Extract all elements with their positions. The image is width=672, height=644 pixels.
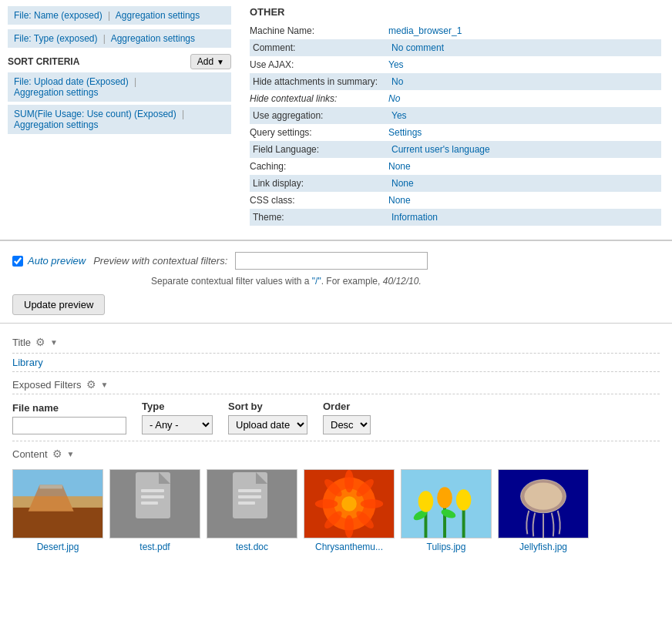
sort-sum-agg-link[interactable]: Aggregation settings	[14, 119, 98, 130]
tulips-image	[402, 469, 491, 538]
svg-rect-5	[13, 470, 102, 496]
pipe-separator4: |	[182, 109, 184, 119]
doc-filename[interactable]: test.doc	[236, 542, 268, 552]
exposed-filters-bar: Exposed Filters ⚙ ▼	[12, 372, 660, 394]
use-ajax-label: Use AJAX:	[250, 59, 388, 70]
add-button[interactable]: Add ▼	[190, 54, 231, 69]
machine-name-row: Machine Name: media_browser_1	[250, 22, 661, 39]
add-arrow-icon: ▼	[217, 58, 224, 66]
caching-row: Caching: None	[250, 158, 661, 175]
svg-point-36	[456, 489, 472, 511]
sort-sum-item: SUM(File Usage: Use count) (Exposed) | A…	[8, 105, 231, 134]
hide-attachments-value[interactable]: No	[391, 76, 403, 87]
css-class-label: CSS class:	[250, 195, 388, 206]
link-display-value[interactable]: None	[391, 178, 414, 189]
contextual-filters-input[interactable]	[235, 252, 428, 270]
use-ajax-row: Use AJAX: Yes	[250, 56, 661, 73]
css-class-value[interactable]: None	[388, 195, 411, 206]
jellyfish-image	[499, 469, 588, 538]
query-settings-row: Query settings: Settings	[250, 124, 661, 141]
order-filter: Order Desc Asc	[323, 401, 371, 434]
caching-value[interactable]: None	[388, 161, 411, 172]
svg-rect-2	[13, 508, 102, 538]
pipe-separator: |	[108, 10, 110, 21]
contextual-filters-label: Preview with contextual filters:	[93, 255, 227, 267]
sort-criteria-title: SORT CRITERIA	[8, 56, 79, 67]
gear-icon[interactable]: ⚙	[35, 336, 45, 348]
svg-point-20	[344, 470, 354, 492]
auto-preview-check: Auto preview	[12, 255, 86, 267]
chevron-down-icon[interactable]: ▼	[50, 338, 58, 347]
sort-upload-link[interactable]: File: Upload date (Exposed)	[14, 76, 129, 87]
tulips-thumbnail	[401, 469, 492, 538]
theme-label: Theme:	[253, 212, 391, 223]
svg-rect-14	[238, 495, 261, 498]
comment-label: Comment:	[253, 42, 391, 53]
pdf-icon-svg	[132, 472, 178, 528]
preview-hint: Separate contextual filter values with a…	[151, 276, 660, 287]
filters-chevron-icon[interactable]: ▼	[101, 381, 109, 389]
filters-gear-icon[interactable]: ⚙	[86, 378, 96, 391]
theme-value[interactable]: Information	[391, 212, 438, 223]
sort-by-label: Sort by	[228, 401, 307, 412]
field-type-agg-link[interactable]: Aggregation settings	[111, 33, 195, 44]
field-name-link[interactable]: File: Name (exposed)	[14, 10, 102, 21]
content-bar: Content ⚙ ▼	[12, 441, 660, 463]
sort-upload-agg-link[interactable]: Aggregation settings	[14, 87, 98, 98]
svg-point-39	[524, 482, 562, 509]
svg-rect-30	[443, 504, 446, 538]
query-settings-value[interactable]: Settings	[388, 127, 422, 138]
library-link[interactable]: Library	[12, 354, 660, 372]
field-type-link[interactable]: File: Type (exposed)	[14, 33, 98, 44]
sort-by-select[interactable]: Upload date Name Type Use count	[228, 415, 307, 434]
svg-point-21	[344, 515, 354, 538]
hide-contextual-value[interactable]: No	[388, 93, 400, 104]
svg-point-23	[361, 499, 383, 508]
update-preview-button[interactable]: Update preview	[12, 294, 105, 315]
auto-preview-checkbox[interactable]	[12, 256, 23, 267]
filters-row: File name Type - Any - Image Document PD…	[12, 394, 660, 441]
svg-point-22	[315, 499, 338, 508]
auto-preview-label: Auto preview	[28, 255, 86, 267]
link-display-row: Link display: None	[250, 175, 661, 192]
title-bar: Title ⚙ ▼	[12, 331, 660, 354]
file-item-jellyfish: Jellyfish.jpg	[498, 469, 589, 552]
pdf-filename[interactable]: test.pdf	[139, 542, 170, 552]
svg-rect-10	[141, 501, 158, 505]
doc-thumbnail	[207, 469, 297, 538]
tulips-filename[interactable]: Tulips.jpg	[427, 542, 466, 552]
svg-rect-15	[238, 501, 255, 505]
use-aggregation-row: Use aggregation: Yes	[250, 107, 661, 124]
hide-attachments-row: Hide attachments in summary: No	[250, 73, 661, 90]
type-select[interactable]: - Any - Image Document PDF	[142, 415, 213, 434]
machine-name-value[interactable]: media_browser_1	[388, 25, 462, 36]
comment-value[interactable]: No comment	[391, 42, 444, 53]
sort-sum-link[interactable]: SUM(File Usage: Use count) (Exposed)	[14, 109, 176, 119]
use-ajax-value[interactable]: Yes	[388, 59, 404, 70]
pipe-separator2: |	[103, 33, 106, 44]
order-select[interactable]: Desc Asc	[323, 415, 371, 434]
content-chevron-icon[interactable]: ▼	[67, 450, 75, 458]
file-item-pdf: test.pdf	[109, 469, 200, 552]
sort-upload-item: File: Upload date (Exposed) | Aggregatio…	[8, 72, 231, 102]
link-display-label: Link display:	[253, 178, 391, 189]
svg-rect-31	[462, 506, 465, 538]
pdf-thumbnail	[109, 469, 200, 538]
field-name-agg-link[interactable]: Aggregation settings	[116, 10, 200, 21]
content-label: Content	[12, 448, 48, 460]
theme-row: Theme: Information	[250, 209, 661, 226]
field-language-value[interactable]: Current user's language	[391, 144, 490, 155]
desert-filename[interactable]: Desert.jpg	[37, 542, 79, 552]
css-class-row: CSS class: None	[250, 192, 661, 209]
file-name-input[interactable]	[12, 417, 126, 434]
doc-icon	[229, 472, 275, 535]
hide-attachments-label: Hide attachments in summary:	[253, 76, 391, 87]
document-icon	[132, 472, 178, 535]
jellyfish-filename[interactable]: Jellyfish.jpg	[519, 542, 567, 552]
field-type-item: File: Type (exposed) | Aggregation setti…	[8, 29, 231, 48]
desert-image	[13, 469, 102, 538]
title-label: Title	[12, 337, 31, 348]
chrysanthemum-filename[interactable]: Chrysanthemu...	[315, 542, 383, 552]
content-gear-icon[interactable]: ⚙	[52, 448, 62, 460]
use-aggregation-value[interactable]: Yes	[391, 110, 407, 121]
